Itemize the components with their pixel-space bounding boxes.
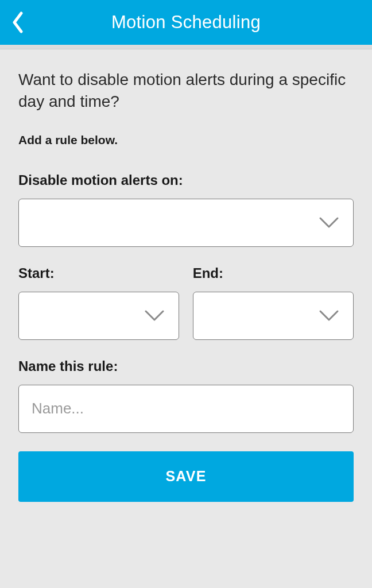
end-label: End: bbox=[193, 265, 354, 281]
chevron-left-icon bbox=[12, 11, 24, 33]
intro-text: Want to disable motion alerts during a s… bbox=[18, 69, 354, 113]
chevron-down-icon bbox=[144, 310, 165, 322]
chevron-down-icon bbox=[319, 310, 339, 322]
rule-name-input[interactable] bbox=[18, 385, 354, 433]
save-button[interactable]: SAVE bbox=[18, 451, 354, 502]
content-area: Want to disable motion alerts during a s… bbox=[0, 49, 372, 502]
save-button-label: SAVE bbox=[165, 468, 206, 485]
end-select[interactable] bbox=[193, 292, 354, 340]
start-select[interactable] bbox=[18, 292, 179, 340]
page-title: Motion Scheduling bbox=[0, 12, 372, 33]
chevron-down-icon bbox=[319, 216, 339, 229]
subintro-text: Add a rule below. bbox=[18, 133, 354, 147]
header-divider bbox=[0, 45, 372, 49]
disable-on-label: Disable motion alerts on: bbox=[18, 172, 354, 188]
disable-on-select[interactable] bbox=[18, 199, 354, 247]
back-button[interactable] bbox=[8, 10, 28, 34]
app-header: Motion Scheduling bbox=[0, 0, 372, 45]
start-label: Start: bbox=[18, 265, 179, 281]
name-label: Name this rule: bbox=[18, 358, 354, 374]
